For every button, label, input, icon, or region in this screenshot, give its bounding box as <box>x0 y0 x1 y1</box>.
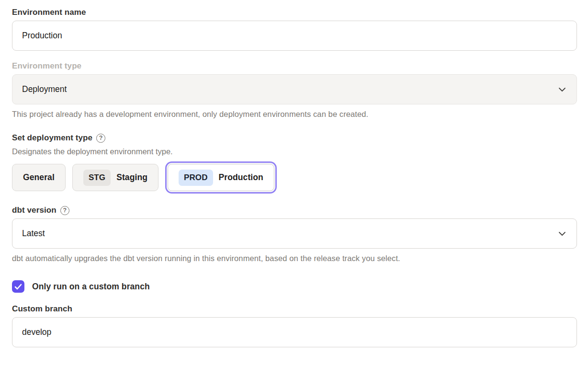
deployment-type-helper: Designates the deployment environment ty… <box>12 147 577 156</box>
deployment-type-general-button[interactable]: General <box>12 164 66 191</box>
deployment-type-label: Set deployment type <box>12 133 92 143</box>
deployment-type-staging-button[interactable]: STG Staging <box>72 164 158 191</box>
custom-branch-field: Custom branch <box>12 304 577 347</box>
dbt-version-select[interactable]: Latest <box>12 218 577 249</box>
environment-type-select[interactable]: Deployment <box>12 74 577 104</box>
environment-type-field: Environment type Deployment This project… <box>12 61 577 119</box>
chevron-down-icon <box>558 87 566 92</box>
environment-name-input[interactable] <box>12 21 577 51</box>
staging-badge: STG <box>83 170 111 186</box>
environment-type-helper: This project already has a development e… <box>12 110 577 119</box>
help-icon[interactable]: ? <box>60 206 69 215</box>
custom-branch-toggle-label[interactable]: Only run on a custom branch <box>32 282 150 292</box>
deployment-type-general-label: General <box>23 172 55 183</box>
environment-type-label: Environment type <box>12 61 577 71</box>
custom-branch-toggle-row: Only run on a custom branch <box>12 280 577 293</box>
custom-branch-label: Custom branch <box>12 304 577 314</box>
deployment-type-production-button[interactable]: PROD Production <box>168 164 274 191</box>
checkmark-icon <box>14 284 22 290</box>
deployment-type-production-label: Production <box>219 172 263 183</box>
deployment-type-options: General STG Staging PROD Production <box>12 164 577 191</box>
dbt-version-label: dbt version <box>12 206 57 215</box>
custom-branch-input[interactable] <box>12 317 577 347</box>
deployment-type-staging-label: Staging <box>116 172 147 183</box>
help-icon[interactable]: ? <box>96 134 105 143</box>
dbt-version-helper: dbt automatically upgrades the dbt versi… <box>12 254 577 263</box>
environment-name-field: Environment name <box>12 8 577 51</box>
prod-badge: PROD <box>179 170 213 186</box>
dbt-version-field: dbt version ? Latest dbt automatically u… <box>12 206 577 263</box>
chevron-down-icon <box>558 231 566 236</box>
environment-type-value: Deployment <box>22 84 67 94</box>
dbt-version-value: Latest <box>22 229 45 239</box>
deployment-type-section: Set deployment type ? Designates the dep… <box>12 133 577 191</box>
custom-branch-checkbox[interactable] <box>12 280 24 293</box>
environment-name-label: Environment name <box>12 8 577 17</box>
